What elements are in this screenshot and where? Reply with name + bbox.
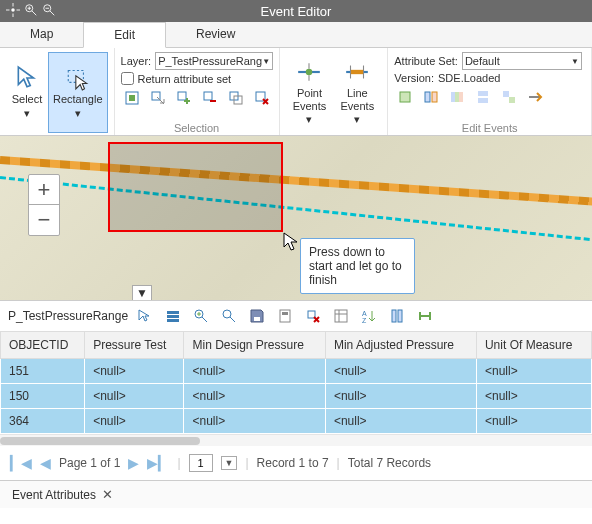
svg-line-6: [32, 10, 36, 14]
edit-tool-1[interactable]: [394, 86, 416, 108]
edit-tool-5[interactable]: [498, 86, 520, 108]
select-remove-btn[interactable]: [199, 87, 221, 109]
col-min-design[interactable]: Min Design Pressure: [184, 332, 325, 359]
ribbon: Select▾ Rectangle▾ Layer: P_TestPressure…: [0, 48, 592, 136]
sql-select-btn[interactable]: [147, 87, 169, 109]
selection-rectangle: [108, 142, 283, 232]
svg-text:A: A: [362, 310, 367, 317]
svg-rect-35: [425, 92, 430, 102]
edit-tool-4[interactable]: [472, 86, 494, 108]
attr-set-label: Attribute Set:: [394, 55, 458, 67]
version-label: Version:: [394, 72, 434, 84]
col-unit[interactable]: Unit Of Measure: [476, 332, 591, 359]
zoom-in-icon[interactable]: [24, 3, 38, 20]
zoom-in-button[interactable]: +: [29, 175, 59, 205]
footer-tab-event-attributes[interactable]: Event Attributes ✕: [8, 485, 117, 504]
map-dropdown-handle[interactable]: ▼: [132, 285, 152, 301]
svg-rect-38: [455, 92, 459, 102]
tab-map[interactable]: Map: [0, 22, 83, 47]
line-events-button[interactable]: Line Events ▾: [333, 52, 381, 133]
pager: ▎◀ ◀ Page 1 of 1 ▶ ▶▎ | ▼ | Record 1 to …: [0, 446, 592, 480]
attr-set-dropdown[interactable]: Default▼: [462, 52, 582, 70]
h-scrollbar[interactable]: [0, 434, 592, 446]
svg-point-27: [306, 68, 313, 75]
select-template-btn[interactable]: [121, 87, 143, 109]
pager-total-text: Total 7 Records: [348, 456, 431, 470]
tab-edit[interactable]: Edit: [83, 22, 166, 48]
svg-rect-34: [400, 92, 410, 102]
svg-rect-39: [459, 92, 463, 102]
tb-fields-icon[interactable]: [332, 307, 350, 325]
edit-events-group-label: Edit Events: [388, 122, 591, 134]
svg-rect-47: [167, 319, 179, 322]
tab-review[interactable]: Review: [166, 22, 265, 47]
table-row[interactable]: 150<null><null><null><null>: [1, 384, 592, 409]
point-events-button[interactable]: Point Events ▾: [286, 52, 334, 133]
svg-rect-16: [178, 92, 186, 100]
svg-point-0: [11, 8, 15, 12]
return-attribute-checkbox[interactable]: [121, 72, 134, 85]
tb-measure-icon[interactable]: [416, 307, 434, 325]
col-min-adjusted[interactable]: Min Adjusted Pressure: [325, 332, 476, 359]
tb-calc-icon[interactable]: [276, 307, 294, 325]
svg-rect-57: [308, 311, 315, 318]
svg-rect-37: [451, 92, 455, 102]
svg-point-52: [223, 310, 231, 318]
tb-sort-icon[interactable]: AZ: [360, 307, 378, 325]
pager-last[interactable]: ▶▎: [147, 455, 169, 471]
layer-dropdown[interactable]: P_TestPressureRange▼: [155, 52, 273, 70]
svg-rect-60: [335, 310, 347, 322]
map-road: [0, 156, 592, 207]
select-button[interactable]: Select▾: [6, 52, 48, 133]
pager-record-text: Record 1 to 7: [257, 456, 329, 470]
cursor-icon: [283, 232, 299, 252]
svg-rect-14: [129, 95, 135, 101]
footer-tabs: Event Attributes ✕: [0, 480, 592, 508]
svg-rect-36: [432, 92, 437, 102]
svg-rect-41: [478, 98, 488, 103]
center-icon[interactable]: [6, 3, 20, 20]
svg-text:Z: Z: [362, 317, 367, 324]
tb-delete-icon[interactable]: [304, 307, 322, 325]
edit-tool-3[interactable]: [446, 86, 468, 108]
layer-label: Layer:: [121, 55, 152, 67]
pager-prev[interactable]: ◀: [40, 455, 51, 471]
zoom-out-button[interactable]: −: [29, 205, 59, 235]
close-icon[interactable]: ✕: [102, 487, 113, 502]
table-row[interactable]: 364<null><null><null><null>: [1, 409, 592, 434]
table-row[interactable]: 151<null><null><null><null>: [1, 359, 592, 384]
map-view[interactable]: + − Press down to start and let go to fi…: [0, 136, 592, 301]
pager-first[interactable]: ▎◀: [10, 455, 32, 471]
tb-select-icon[interactable]: [136, 307, 154, 325]
pager-page-input[interactable]: [189, 454, 213, 472]
svg-rect-45: [167, 311, 179, 314]
svg-rect-66: [398, 310, 402, 322]
zoom-out-icon[interactable]: [42, 3, 56, 20]
tb-table-icon[interactable]: [164, 307, 182, 325]
svg-line-49: [202, 317, 207, 322]
return-attribute-label: Return attribute set: [138, 73, 232, 85]
svg-rect-54: [254, 317, 260, 321]
pager-page-dropdown[interactable]: ▼: [221, 456, 238, 470]
main-tabs: Map Edit Review: [0, 22, 592, 48]
rectangle-button[interactable]: Rectangle▾: [48, 52, 108, 133]
tb-zoom-select-icon[interactable]: [192, 307, 210, 325]
select-add-btn[interactable]: [173, 87, 195, 109]
svg-line-10: [50, 10, 54, 14]
clear-select-btn[interactable]: [251, 87, 273, 109]
pager-next[interactable]: ▶: [128, 455, 139, 471]
events-table: OBJECTID Pressure Test Min Design Pressu…: [0, 331, 592, 434]
col-objectid[interactable]: OBJECTID: [1, 332, 85, 359]
tb-save-icon[interactable]: [248, 307, 266, 325]
tb-columns-icon[interactable]: [388, 307, 406, 325]
edit-tool-2[interactable]: [420, 86, 442, 108]
tb-zoom-to-icon[interactable]: [220, 307, 238, 325]
titlebar: Event Editor: [0, 0, 592, 22]
app-title: Event Editor: [261, 4, 332, 19]
svg-rect-55: [280, 310, 290, 322]
select-intersect-btn[interactable]: [225, 87, 247, 109]
svg-rect-43: [509, 97, 515, 103]
edit-tool-6[interactable]: [524, 86, 546, 108]
col-pressure-test[interactable]: Pressure Test: [85, 332, 184, 359]
svg-rect-19: [204, 92, 212, 100]
